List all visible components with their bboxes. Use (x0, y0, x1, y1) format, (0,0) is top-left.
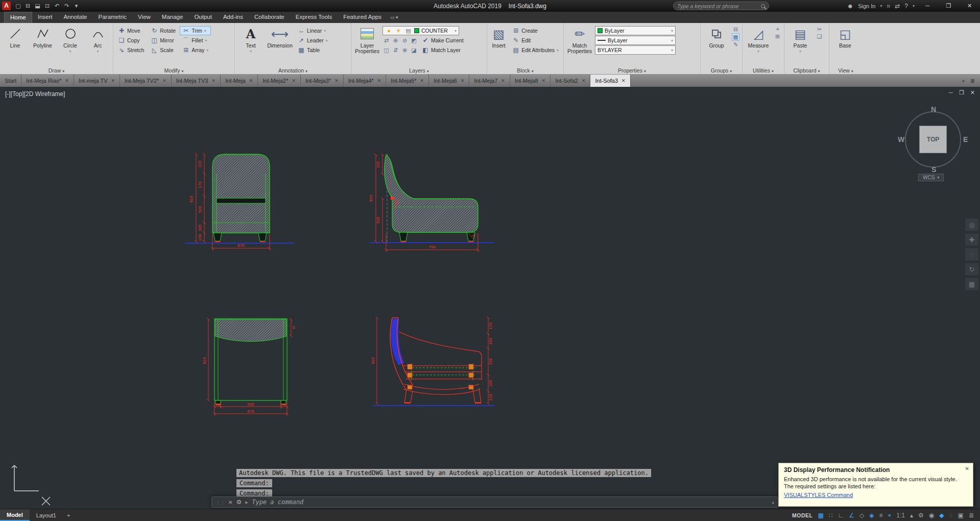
layout1-tab[interactable]: Layout1 (30, 509, 63, 521)
osnap-icon[interactable]: ◈ (869, 512, 874, 519)
close-tab-icon[interactable]: ✕ (211, 78, 216, 83)
close-tab-icon[interactable]: ✕ (249, 78, 253, 83)
command-input[interactable]: Type a command (252, 499, 768, 506)
maximize-button[interactable]: ❐ (938, 0, 959, 12)
panel-label-groups[interactable]: Groups ▾ (701, 67, 742, 74)
hardware-accel-icon[interactable]: ◆ (939, 512, 944, 519)
compass-west[interactable]: W (898, 135, 904, 144)
linear-button[interactable]: ↔ Linear ▾ (295, 26, 330, 35)
circle-dropdown-icon[interactable]: ▾ (69, 49, 71, 54)
lineweight-icon[interactable]: ≡ (879, 512, 882, 519)
close-tab-icon[interactable]: ✕ (334, 78, 339, 83)
annotation-scale-label[interactable]: 1:1 (896, 512, 905, 519)
help-icon[interactable]: ? (904, 3, 908, 10)
match-layer-button[interactable]: ◧ Match Layer (419, 45, 463, 55)
array-button[interactable]: ⊞ Array ▾ (180, 45, 211, 55)
tab-express-tools[interactable]: Express Tools (290, 12, 338, 23)
compass-east[interactable]: E (963, 135, 968, 144)
steering-wheel-icon[interactable]: ◎ (965, 219, 978, 231)
tab-addins[interactable]: Add-ins (218, 12, 249, 23)
layer-dropdown-caret-icon[interactable]: ▾ (455, 29, 457, 33)
compass-north[interactable]: N (931, 105, 936, 113)
panel-label-clipboard[interactable]: Clipboard ▾ (784, 67, 829, 74)
close-tab-icon[interactable]: ✕ (377, 78, 381, 83)
layer-lock-icon[interactable]: ▤ (404, 28, 412, 34)
linear-dropdown-icon[interactable]: ▾ (324, 29, 326, 33)
paste-button[interactable]: ▤ Paste ▾ (786, 25, 814, 66)
lineweight-dropdown[interactable]: ByLayer ▾ (595, 36, 676, 45)
panel-label-draw[interactable]: Draw ▾ (0, 67, 113, 74)
measure-button[interactable]: ◿ Measure ▾ (745, 25, 772, 66)
move-button[interactable]: ✚ Move (115, 26, 147, 35)
panel-label-properties[interactable]: Properties ▾ (564, 67, 700, 74)
front-frame-geometry[interactable] (214, 319, 287, 405)
close-tab-icon[interactable]: ✕ (501, 78, 505, 83)
layer-dropdown[interactable]: ● ☀ ▤ COUNTER ▾ (383, 26, 459, 35)
sofa-side-view-drawing[interactable]: 920 205 505 60 50 750 (369, 150, 496, 255)
group-selection-icon[interactable]: ✎ (732, 41, 739, 48)
showmotion-icon[interactable]: ▦ (965, 278, 978, 290)
linetype-dropdown[interactable]: BYLAYER ▾ (595, 45, 676, 55)
group-edit-icon[interactable]: ▦ (732, 33, 739, 41)
quick-calc-icon[interactable]: ⊞ (774, 33, 781, 40)
command-customize-icon[interactable]: ⚙ (236, 499, 242, 506)
help-caret-icon[interactable]: ▾ (913, 4, 915, 8)
arc-button[interactable]: Arc ▾ (85, 25, 111, 66)
tab-featured-apps[interactable]: Featured Apps (338, 12, 387, 23)
copy-clip-icon[interactable]: ❏ (816, 33, 823, 40)
close-tab-icon[interactable]: ✕ (622, 78, 626, 83)
autocad-logo-icon[interactable]: A (2, 2, 11, 10)
pan-icon[interactable]: ✚ (965, 233, 978, 246)
panel-label-view[interactable]: View ▾ (829, 67, 862, 74)
cut-icon[interactable]: ✂ (816, 26, 823, 33)
layer-lock-tool-icon[interactable]: ◫ (383, 47, 390, 54)
close-tab-icon[interactable]: ✕ (292, 78, 296, 83)
doc-tab[interactable]: Int-Meja6✕ (429, 75, 469, 87)
new-layout-button[interactable]: + (63, 509, 74, 521)
isodraft-icon[interactable]: ◇ (859, 512, 864, 519)
dynamic-input-icon[interactable]: ⌖ (888, 512, 891, 519)
panel-label-utilities[interactable]: Utilities ▾ (743, 67, 784, 74)
line-button[interactable]: Line (2, 25, 28, 66)
doc-tab[interactable]: Int-Meja Rias*✕ (21, 75, 74, 87)
ortho-icon[interactable]: ∟ (838, 512, 844, 519)
layer-isolate-icon[interactable]: ⇄ (383, 37, 390, 44)
viewport-close-icon[interactable]: ✕ (970, 89, 975, 96)
command-grip-handle[interactable]: ⋮⋮ (216, 500, 225, 505)
sign-in-caret-icon[interactable]: ▾ (880, 4, 882, 8)
close-button[interactable]: ✕ (959, 0, 980, 12)
trim-dropdown-icon[interactable]: ▾ (204, 29, 206, 33)
layer-freeze-icon[interactable]: ☀ (395, 28, 402, 34)
workspace-gear-icon[interactable]: ⚙ (918, 512, 924, 519)
grid-icon[interactable]: ▦ (818, 512, 824, 519)
help-search-box[interactable]: Type a keyword or phrase (673, 2, 769, 10)
mirror-button[interactable]: ◫ Mirror (148, 36, 178, 45)
fillet-button[interactable]: ⌒ Fillet ▾ (180, 36, 211, 45)
tab-output[interactable]: Output (188, 12, 218, 23)
panel-label-block[interactable]: Block ▾ (487, 67, 563, 74)
quick-select-icon[interactable]: ⌖ (774, 26, 781, 33)
doc-tab[interactable]: Int-Meja TV2*✕ (120, 75, 172, 87)
linetype-caret-icon[interactable]: ▾ (671, 48, 673, 53)
doc-tab[interactable]: Int-Meja7✕ (469, 75, 510, 87)
panel-label-modify[interactable]: Modify ▾ (113, 67, 234, 74)
make-current-button[interactable]: ✔ Make Current (419, 36, 466, 45)
view-cube[interactable]: N W E S TOP WCS▾ (902, 106, 967, 188)
layer-color-swatch[interactable] (414, 28, 419, 33)
layer-unlock-tool-icon[interactable]: ⇵ (392, 47, 399, 54)
new-drawing-tab-button[interactable]: ＋ (961, 77, 966, 85)
snap-icon[interactable]: ∷ (829, 512, 833, 519)
ungroup-icon[interactable]: ⊟ (732, 26, 739, 33)
doc-tab[interactable]: Int-meja TV✕ (74, 75, 120, 87)
zoom-icon[interactable]: ◌ (965, 248, 978, 260)
view-cube-top-face[interactable]: TOP (919, 126, 947, 153)
tab-manage[interactable]: Manage (156, 12, 189, 23)
command-recent-icon[interactable]: ▴ (772, 500, 774, 505)
close-tab-icon[interactable]: ✕ (461, 78, 465, 83)
sofa-front-frame-drawing[interactable]: 920 95 60 550 60 670 (203, 315, 298, 419)
annotation-monitor-icon[interactable]: ◉ (929, 512, 934, 519)
panel-label-annotation[interactable]: Annotation ▾ (235, 67, 351, 74)
undo-icon[interactable]: ↶ (52, 3, 62, 9)
wcs-menu[interactable]: WCS▾ (918, 174, 944, 181)
tab-insert[interactable]: Insert (32, 12, 58, 23)
